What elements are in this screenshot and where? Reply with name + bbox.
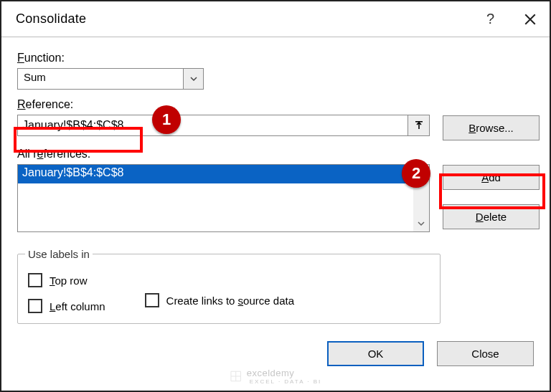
range-picker-icon[interactable] bbox=[408, 115, 430, 136]
add-button[interactable]: Add bbox=[443, 165, 540, 190]
close-icon[interactable] bbox=[510, 1, 550, 37]
create-links-label: Create links to source data bbox=[166, 295, 294, 307]
reference-label: Reference: bbox=[17, 98, 73, 111]
create-links-checkbox[interactable] bbox=[145, 293, 159, 307]
left-column-checkbox[interactable] bbox=[28, 299, 42, 313]
callout-2: 2 bbox=[402, 159, 430, 188]
reference-input[interactable] bbox=[17, 115, 408, 136]
left-column-label: Left column bbox=[50, 300, 105, 312]
close-button[interactable]: Close bbox=[437, 341, 534, 366]
watermark: exceldemy EXCEL · DATA · BI bbox=[230, 368, 322, 385]
ok-button[interactable]: OK bbox=[327, 341, 424, 366]
function-label: Function: bbox=[17, 52, 65, 64]
function-value[interactable]: Sum bbox=[17, 68, 184, 90]
all-references-label: All references: bbox=[17, 148, 90, 161]
svg-rect-0 bbox=[415, 121, 423, 123]
chevron-down-icon[interactable] bbox=[184, 68, 204, 90]
top-row-checkbox[interactable] bbox=[28, 273, 42, 287]
scroll-down-icon[interactable] bbox=[413, 216, 429, 231]
delete-button[interactable]: Delete bbox=[443, 204, 540, 229]
callout-1: 1 bbox=[152, 105, 181, 134]
watermark-icon bbox=[230, 370, 242, 383]
function-combo[interactable]: Sum bbox=[17, 68, 204, 90]
dialog-title: Consolidate bbox=[16, 11, 86, 27]
fieldset-legend: Use labels in bbox=[25, 248, 93, 260]
all-references-listbox[interactable]: January!$B$4:$C$8 bbox=[17, 164, 430, 232]
top-row-label: Top row bbox=[50, 274, 88, 287]
list-item[interactable]: January!$B$4:$C$8 bbox=[18, 165, 413, 183]
help-button[interactable]: ? bbox=[471, 1, 510, 37]
titlebar: Consolidate ? bbox=[1, 1, 550, 37]
browse-button[interactable]: Browse... bbox=[443, 115, 540, 140]
use-labels-fieldset: Use labels in Top row Left column Create… bbox=[17, 248, 441, 324]
consolidate-dialog: Consolidate ? Function: Sum Reference: bbox=[1, 1, 550, 391]
